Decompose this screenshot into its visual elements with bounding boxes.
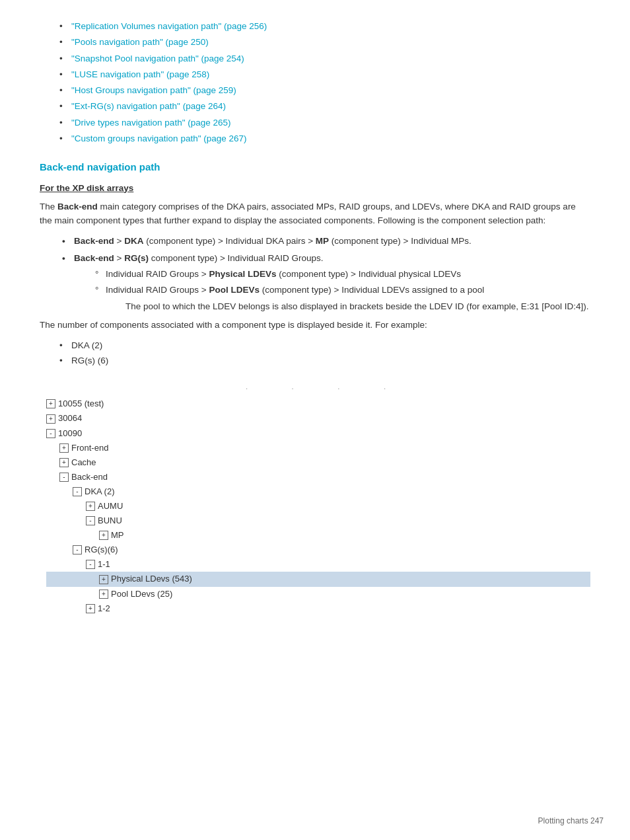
tree-item-label: 1-2	[98, 601, 110, 616]
tree-row[interactable]: -1-1	[46, 557, 590, 572]
tree-row[interactable]: +Front-end	[46, 441, 590, 455]
list-item[interactable]: "LUSE navigation path" (page 258)	[59, 68, 590, 81]
expand-icon[interactable]: +	[86, 502, 95, 511]
tree-item-label: RG(s)(6)	[85, 543, 118, 557]
collapse-icon[interactable]: -	[86, 516, 95, 525]
list-item[interactable]: "Drive types navigation path" (page 265)	[59, 116, 590, 130]
tree-item-label: 30064	[58, 411, 82, 426]
tree-row[interactable]: +AUMU	[46, 499, 590, 514]
intro-text: The Back-end main category comprises of …	[40, 200, 590, 228]
tree-row[interactable]: -10090	[46, 426, 590, 441]
tree-row[interactable]: +Pool LDevs (25)	[46, 587, 590, 601]
expand-icon[interactable]: +	[99, 531, 108, 540]
link-drivetypes[interactable]: "Drive types navigation path" (page 265)	[71, 118, 230, 128]
tree-item-label: 10055 (test)	[58, 397, 104, 411]
collapse-icon[interactable]: -	[73, 545, 82, 554]
divider-dots: . . . .	[46, 379, 590, 394]
top-links-list: "Replication Volumes navigation path" (p…	[40, 20, 590, 145]
tree-item-label: Front-end	[71, 441, 108, 455]
expand-icon[interactable]: +	[59, 443, 69, 453]
tree-row[interactable]: -BUNU	[46, 514, 590, 528]
bold-backend: Back-end	[57, 202, 98, 211]
count-item-rgs: RG(s) (6)	[59, 354, 590, 367]
tree-container: . . . . +10055 (test)+30064-10090+Front-…	[46, 379, 590, 616]
link-hostgroups[interactable]: "Host Groups navigation path" (page 259)	[71, 85, 236, 95]
tree-item-label: 10090	[58, 426, 82, 441]
tree-item-label: BUNU	[98, 514, 122, 528]
list-item[interactable]: "Host Groups navigation path" (page 259)	[59, 84, 590, 97]
tree-item-label: Cache	[71, 455, 96, 470]
link-replication[interactable]: "Replication Volumes navigation path" (p…	[71, 21, 267, 31]
tree-item-label: DKA (2)	[85, 484, 115, 499]
collapse-icon[interactable]: -	[86, 560, 95, 569]
list-item[interactable]: "Snapshot Pool navigation path" (page 25…	[59, 52, 590, 65]
expand-icon[interactable]: +	[99, 590, 108, 599]
collapse-icon[interactable]: -	[73, 487, 82, 496]
list-item[interactable]: "Ext-RG(s) navigation path" (page 264)	[59, 100, 590, 113]
tree-row[interactable]: +10055 (test)	[46, 397, 590, 411]
tree-row[interactable]: -RG(s)(6)	[46, 543, 590, 557]
bold-pool-ldevs: Pool LDEVs	[209, 285, 260, 295]
sub-bullets-list: Individual RAID Groups > Physical LDEVs …	[74, 268, 590, 313]
expand-icon[interactable]: +	[46, 414, 55, 424]
tree-row[interactable]: +30064	[46, 411, 590, 426]
tree-item-label: Physical LDevs (543)	[111, 572, 192, 586]
section-heading: Back-end navigation path	[40, 160, 590, 175]
link-customgroups[interactable]: "Custom groups navigation path" (page 26…	[71, 134, 247, 143]
collapse-icon[interactable]: -	[59, 473, 69, 482]
bold-backend-2: Back-end	[74, 253, 114, 263]
tree-row[interactable]: +MP	[46, 528, 590, 543]
sub-bullet-2: Individual RAID Groups > Pool LDEVs (com…	[94, 284, 590, 313]
list-item[interactable]: "Pools navigation path" (page 250)	[59, 36, 590, 49]
tree-item-label: Back-end	[71, 470, 108, 484]
tree-rows: +10055 (test)+30064-10090+Front-end+Cach…	[46, 397, 590, 615]
bold-mp: MP	[316, 236, 329, 246]
expand-icon[interactable]: +	[59, 458, 69, 467]
list-item[interactable]: "Custom groups navigation path" (page 26…	[59, 132, 590, 145]
path-bullet-1: Back-end > DKA (component type) > Indivi…	[59, 235, 590, 248]
sub-heading: For the XP disk arrays	[40, 182, 590, 195]
tree-item-label: 1-1	[98, 557, 110, 572]
tree-item-label: Pool LDevs (25)	[111, 587, 172, 601]
expand-icon[interactable]: +	[46, 399, 55, 408]
link-extrg[interactable]: "Ext-RG(s) navigation path" (page 264)	[71, 101, 226, 111]
sub-bullet-1: Individual RAID Groups > Physical LDEVs …	[94, 268, 590, 281]
tree-row[interactable]: +1-2	[46, 601, 590, 616]
pool-indent-text: The pool to which the LDEV belongs is al…	[106, 300, 590, 313]
count-item-dka: DKA (2)	[59, 339, 590, 352]
tree-row[interactable]: -Back-end	[46, 470, 590, 484]
path-bullets-list: Back-end > DKA (component type) > Indivi…	[40, 235, 590, 313]
collapse-icon[interactable]: -	[46, 429, 55, 438]
tree-row[interactable]: +Physical LDevs (543)	[46, 572, 590, 586]
count-items-list: DKA (2) RG(s) (6)	[40, 339, 590, 368]
bold-backend-1: Back-end	[74, 236, 114, 246]
count-text: The number of components associated with…	[40, 319, 590, 332]
path-bullet-2: Back-end > RG(s) component type) > Indiv…	[59, 252, 590, 313]
link-luse[interactable]: "LUSE navigation path" (page 258)	[71, 69, 209, 79]
list-item[interactable]: "Replication Volumes navigation path" (p…	[59, 20, 590, 33]
tree-row[interactable]: +Cache	[46, 455, 590, 470]
tree-item-label: AUMU	[98, 499, 123, 514]
expand-icon[interactable]: +	[86, 604, 95, 613]
tree-item-label: MP	[111, 528, 124, 543]
bold-rgs: RG(s)	[124, 253, 149, 263]
expand-icon[interactable]: +	[99, 575, 108, 584]
link-snapshot[interactable]: "Snapshot Pool navigation path" (page 25…	[71, 54, 244, 63]
tree-row[interactable]: -DKA (2)	[46, 484, 590, 499]
link-pools[interactable]: "Pools navigation path" (page 250)	[71, 37, 209, 47]
bold-dka: DKA	[124, 236, 143, 246]
bold-physical-ldevs: Physical LDEVs	[209, 269, 276, 279]
